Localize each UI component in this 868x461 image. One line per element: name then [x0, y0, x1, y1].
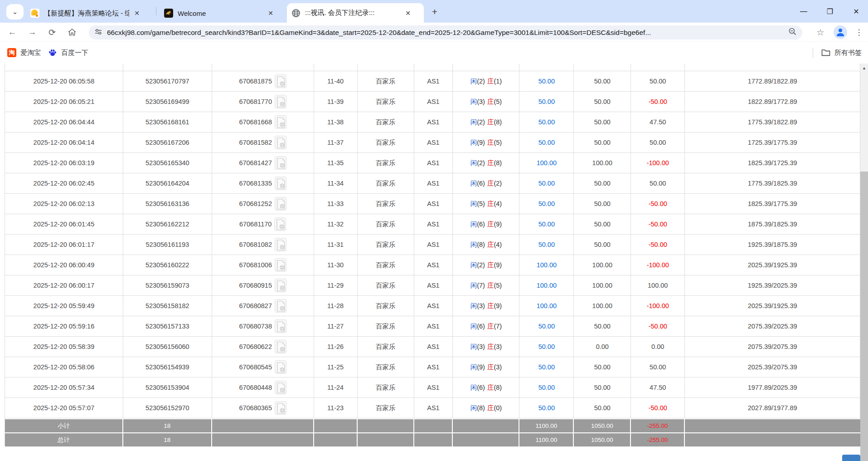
bet-amount[interactable]: 50.00	[519, 398, 574, 418]
valid-amount: 100.00	[574, 255, 631, 275]
bet-amount[interactable]: 50.00	[519, 173, 574, 193]
balance-before-after: 2025.39/1925.39	[685, 296, 860, 316]
video-replay-icon[interactable]	[275, 115, 286, 129]
address-bar[interactable]: 66cxkj98.com/game/betrecord_search/kind3…	[89, 25, 802, 39]
close-window-button[interactable]: ✕	[849, 4, 863, 19]
bet-amount[interactable]: 100.00	[519, 153, 574, 173]
video-replay-icon[interactable]	[275, 401, 286, 415]
video-replay-icon[interactable]	[275, 238, 286, 251]
scrollbar[interactable]: ▲	[860, 64, 868, 461]
video-replay-icon[interactable]	[275, 258, 286, 272]
bookmark-star-icon[interactable]: ☆	[814, 25, 827, 39]
bet-time: 2025-12-20 06:03:19	[5, 153, 123, 173]
bet-amount[interactable]: 50.00	[519, 71, 574, 91]
bet-amount[interactable]: 50.00	[519, 194, 574, 214]
tab-bet-records[interactable]: :::视讯. 会员下注纪录::: ✕	[287, 3, 424, 23]
video-replay-icon[interactable]	[275, 381, 286, 394]
bet-amount[interactable]: 50.00	[519, 214, 574, 234]
video-replay-icon[interactable]	[275, 197, 286, 211]
round-id: 670680545	[239, 363, 272, 371]
minimize-button[interactable]: —	[796, 4, 811, 19]
maximize-button[interactable]: ❐	[823, 4, 837, 19]
all-bookmarks-button[interactable]: 所有书签	[821, 48, 862, 57]
bet-amount[interactable]: 50.00	[519, 337, 574, 357]
account-name: AS1	[414, 153, 453, 173]
new-tab-button[interactable]: +	[429, 6, 441, 18]
total-row: 总计 18 1100.00 1050.00 -255.00	[5, 433, 860, 446]
video-replay-icon[interactable]	[275, 319, 286, 333]
tab-welcome[interactable]: Welcome ✕	[160, 4, 285, 23]
profile-avatar[interactable]	[834, 25, 847, 39]
bet-amount[interactable]: 50.00	[519, 316, 574, 336]
video-replay-icon[interactable]	[275, 299, 286, 313]
close-icon[interactable]: ✕	[404, 9, 412, 17]
video-replay-icon[interactable]	[275, 136, 286, 149]
video-replay-icon[interactable]	[275, 156, 286, 170]
table-row: 2025-12-20 06:02:45 523056164204 6706813…	[5, 173, 860, 194]
video-replay-icon[interactable]	[275, 340, 286, 353]
table-row: 2025-12-20 05:59:16 523056157133 6706807…	[5, 316, 860, 337]
round-id: 670680738	[239, 323, 272, 330]
round-id: 670680448	[239, 384, 272, 391]
bet-amount[interactable]: 50.00	[519, 357, 574, 377]
site-settings-icon[interactable]	[94, 28, 102, 38]
table-row: 2025-12-20 05:58:06 523056154939 6706805…	[5, 357, 860, 378]
bet-amount[interactable]: 100.00	[519, 275, 574, 295]
bet-amount[interactable]: 50.00	[519, 92, 574, 112]
close-icon[interactable]: ✕	[267, 9, 275, 17]
win-loss-amount: 47.50	[631, 378, 685, 397]
bet-records-table: 2025-12-20 06:05:58 523056170797 6706818…	[5, 64, 860, 446]
tab-search-button[interactable]: ⌄	[6, 4, 24, 20]
table-number: 11-32	[314, 214, 358, 234]
video-replay-icon[interactable]	[275, 95, 286, 108]
home-button[interactable]	[64, 25, 80, 40]
bet-amount[interactable]: 50.00	[519, 112, 574, 132]
balance-before-after: 2075.39/2075.39	[685, 337, 860, 357]
scrollbar-thumb[interactable]	[860, 172, 868, 461]
account-name: AS1	[414, 337, 453, 357]
bet-id: 523056159073	[123, 275, 212, 295]
table-number: 11-27	[314, 316, 358, 336]
forward-button[interactable]: →	[24, 25, 40, 40]
back-to-top-button[interactable]	[842, 455, 860, 461]
bookmark-taobao[interactable]: 淘 爱淘宝	[7, 48, 41, 57]
banker-label: 庄	[487, 323, 494, 330]
bet-amount[interactable]: 100.00	[519, 255, 574, 275]
bet-detail: 闲(7)庄(5)	[453, 275, 519, 295]
back-button[interactable]: ←	[5, 25, 20, 40]
reload-button[interactable]: ⟳	[44, 25, 60, 40]
close-icon[interactable]: ✕	[133, 9, 141, 17]
valid-amount: 100.00	[574, 153, 631, 173]
video-replay-icon[interactable]	[275, 360, 286, 374]
video-replay-icon[interactable]	[274, 217, 286, 231]
bet-amount[interactable]: 50.00	[519, 132, 574, 152]
bet-amount[interactable]: 50.00	[519, 378, 574, 397]
menu-icon[interactable]: ⋮	[853, 25, 864, 39]
video-replay-icon[interactable]	[275, 279, 286, 292]
bookmark-baidu[interactable]: 百度一下	[48, 48, 88, 57]
game-name: 百家乐	[358, 173, 414, 193]
url-text[interactable]: 66cxkj98.com/game/betrecord_search/kind3…	[107, 29, 788, 37]
video-replay-icon[interactable]	[275, 74, 286, 88]
player-score: (2)	[477, 261, 485, 269]
zoom-out-icon[interactable]	[788, 27, 797, 38]
game-name: 百家乐	[358, 112, 414, 132]
tab-divider	[156, 7, 156, 15]
round-cell: 670680827	[212, 296, 314, 316]
round-id: 670680915	[239, 282, 272, 289]
table-number: 11-23	[314, 398, 358, 418]
tab-forum[interactable]: 【新提醒】海燕策略论坛 - 综合 ✕	[26, 4, 153, 23]
subtotal-row: 小计 18 1100.00 1050.00 -255.00	[5, 419, 860, 432]
taobao-icon: 淘	[7, 48, 16, 57]
banker-score: (5)	[494, 98, 502, 105]
chevron-down-icon: ⌄	[12, 8, 18, 16]
player-label: 闲	[470, 180, 477, 187]
bet-amount[interactable]: 50.00	[519, 235, 574, 255]
video-replay-icon[interactable]	[275, 177, 286, 190]
round-cell: 670681082	[212, 235, 314, 255]
valid-amount: 50.00	[574, 194, 631, 214]
player-label: 闲	[470, 200, 477, 207]
round-cell: 670680365	[212, 398, 314, 418]
scroll-up-icon[interactable]: ▲	[860, 64, 868, 72]
bet-amount[interactable]: 100.00	[519, 296, 574, 316]
